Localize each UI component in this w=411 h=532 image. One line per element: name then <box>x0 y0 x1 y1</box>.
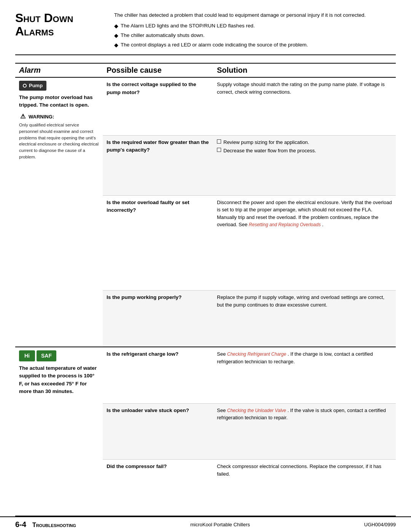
bullet-2: ◆ The chiller automatically shuts down. <box>114 32 396 40</box>
resetting-overloads-link[interactable]: Resetting and Replacing Overloads <box>249 222 321 227</box>
checkbox-item: Decrease the water flow from the process… <box>217 147 392 155</box>
checkbox-item: Review pump sizing for the application. <box>217 139 392 146</box>
solution-cell: Replace the pump if supply voltage, wiri… <box>213 291 396 347</box>
bullet-diamond-icon: ◆ <box>114 22 118 30</box>
pump-dot-icon <box>23 84 27 88</box>
warning-text: Only qualified electrical service person… <box>19 122 99 160</box>
bullet-diamond-icon: ◆ <box>114 32 118 40</box>
cause-cell: Is the required water flow greater than … <box>103 136 213 196</box>
cause-cell: Did the compressor fail? <box>103 460 213 516</box>
solution-cell: Supply voltage should match the rating o… <box>213 77 396 135</box>
warning-title: ⚠ WARNING: <box>19 113 99 120</box>
checking-unloader-link[interactable]: Checking the Unloader Valve <box>227 408 286 413</box>
warning-icon: ⚠ <box>19 113 27 120</box>
bullet-1: ◆ The Alarm LED lights and the STOP/RUN … <box>114 22 396 30</box>
header-section: Shut Down Alarms The chiller has detecte… <box>15 11 396 55</box>
header-description: The chiller has detected a problem that … <box>114 11 396 51</box>
footer-section-title: Troubleshooting <box>32 522 76 529</box>
page-title-block: Shut Down Alarms <box>15 11 114 51</box>
page-number: 6-4 <box>15 520 26 529</box>
cause-cell: Is the pump working properly? <box>103 291 213 347</box>
page-title: Shut Down Alarms <box>15 11 107 38</box>
footer-left: 6-4 Troubleshooting <box>15 520 76 529</box>
col-header-solution: Solution <box>213 63 396 77</box>
table-row: Hi SAF The actual temperature of water s… <box>15 347 396 403</box>
checkbox-icon <box>217 148 221 152</box>
warning-box: ⚠ WARNING: Only qualified electrical ser… <box>19 113 99 160</box>
footer-doc-num: UGH004/0999 <box>364 522 396 527</box>
col-header-cause: Possible cause <box>103 63 213 77</box>
hi-badge: Hi <box>19 350 35 361</box>
saf-badge: SAF <box>37 350 56 361</box>
bullet-diamond-icon: ◆ <box>114 41 118 49</box>
footer-doc-title: microKool Portable Chillers <box>190 522 250 527</box>
bullet-3: ◆ The control displays a red LED or alar… <box>114 41 396 49</box>
alarm-table: Alarm Possible cause Solution Pump The p… <box>15 63 396 516</box>
table-row: Pump The pump motor overload has tripped… <box>15 77 396 135</box>
cause-cell: Is the unloader valve stuck open? <box>103 403 213 459</box>
solution-cell: See Checking Refrigerant Charge . If the… <box>213 347 396 403</box>
cause-cell: Is the refrigerant charge low? <box>103 347 213 403</box>
col-header-alarm: Alarm <box>15 63 103 77</box>
solution-cell: Check compressor electrical connections.… <box>213 460 396 516</box>
checking-refrigerant-link[interactable]: Checking Refrigerant Charge <box>227 351 286 357</box>
header-intro: The chiller has detected a problem that … <box>114 11 396 19</box>
solution-cell: Review pump sizing for the application. … <box>213 136 396 196</box>
checkbox-icon <box>217 139 221 144</box>
cause-cell: Is the motor overload faulty or set inco… <box>103 195 213 291</box>
pump-badge: Pump <box>19 81 46 91</box>
hi-saf-badges: Hi SAF <box>19 350 99 361</box>
page-footer: 6-4 Troubleshooting microKool Portable C… <box>0 516 411 532</box>
solution-cell: Disconnect the power and open the electr… <box>213 195 396 291</box>
table-header-row: Alarm Possible cause Solution <box>15 63 396 77</box>
hi-saf-alarm-desc: The actual temperature of water supplied… <box>19 364 99 395</box>
cause-cell: Is the correct voltage supplied to the p… <box>103 77 213 135</box>
solution-cell: See Checking the Unloader Valve . If the… <box>213 403 396 459</box>
pump-alarm-desc: The pump motor overload has tripped. The… <box>19 94 99 109</box>
